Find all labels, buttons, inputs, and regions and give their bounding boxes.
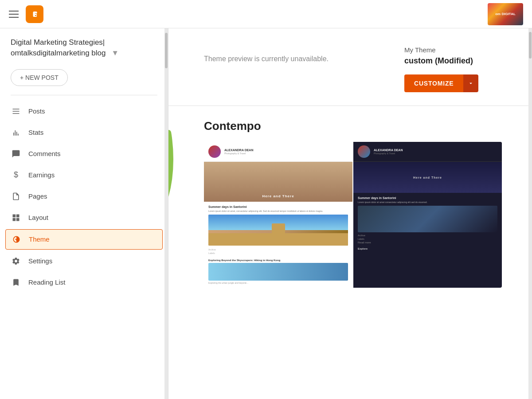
contempo-section: Contempo ALEXANDRA DEAN — [168, 106, 528, 297]
tt-hero-text-dark: Here and There — [413, 176, 442, 179]
tt-hero-dark: Here and There — [353, 162, 502, 193]
main-layout: Digital Marketing Strategies| omtalksdig… — [0, 28, 532, 399]
tt-content-dark: Summer days in Santorini Lorem ipsum dol… — [353, 193, 502, 254]
tt-header-dark: ALEXANDRA DEAN Photography & Travel — [353, 142, 502, 162]
nav-list: Posts Stats Comments $ Earnings — [0, 97, 168, 297]
my-theme-info: My Theme custom (Modified) CUSTOMIZE — [404, 46, 502, 92]
pages-label: Pages — [28, 192, 47, 200]
tt-blog-name-light: ALEXANDRA DEAN — [224, 149, 253, 152]
tt-post2-img — [208, 263, 348, 281]
blogger-logo-icon — [29, 9, 40, 20]
tt-post-img — [208, 215, 348, 246]
chevron-down-icon — [468, 80, 474, 86]
sidebar-item-reading-list[interactable]: Reading List — [0, 272, 168, 293]
tt-blog-sub-light: Photography & Travel — [224, 152, 253, 155]
tt-avatar-light — [208, 145, 221, 158]
tt-hero-text-light: Here and There — [262, 194, 294, 198]
current-theme-name: custom (Modified) — [404, 56, 502, 66]
dark-theme-thumbnail[interactable]: ALEXANDRA DEAN Photography & Travel Here… — [353, 142, 502, 288]
top-header: om DIGITAL — [0, 0, 532, 28]
earnings-icon: $ — [11, 170, 21, 180]
my-theme-section: Theme preview is currently unavailable. … — [168, 28, 528, 106]
sidebar-scroll-thumb — [165, 33, 168, 68]
tt-header-light: ALEXANDRA DEAN Photography & Travel — [204, 142, 352, 162]
customize-button[interactable]: CUSTOMIZE — [404, 74, 463, 92]
header-left — [9, 5, 43, 23]
tt-blog-sub-dark: Photography & Travel — [374, 152, 403, 155]
my-theme-label: My Theme — [404, 46, 502, 54]
sidebar-divider — [11, 95, 157, 95]
comments-icon — [11, 149, 21, 159]
tt-labels-label: Labels — [208, 252, 348, 254]
logo-watermark: om DIGITAL — [488, 3, 523, 25]
tt-hero-light: Here and There — [204, 162, 352, 202]
tt-dark-post-img — [358, 206, 497, 232]
tt-post2-text: Exploring the urban jungle and beyond... — [208, 282, 348, 284]
tt-dark-explore: Explore — [358, 247, 497, 250]
earnings-label: Earnings — [28, 171, 55, 179]
tt-windmill — [272, 223, 285, 246]
blogger-logo — [26, 5, 43, 23]
theme-preview-unavailable: Theme preview is currently unavailable. — [204, 46, 369, 63]
sidebar-item-comments[interactable]: Comments — [0, 143, 168, 164]
sidebar-scrollbar[interactable] — [164, 28, 168, 399]
sidebar: Digital Marketing Strategies| omtalksdig… — [0, 28, 168, 399]
sidebar-item-settings[interactable]: Settings — [0, 250, 168, 272]
tt-sidebar-dark-labels: Labels — [358, 238, 497, 240]
tt-avatar-dark — [358, 145, 370, 158]
blog-title-text: Digital Marketing Strategies| omtalksdig… — [11, 38, 106, 57]
comments-label: Comments — [28, 150, 61, 157]
dark-theme-preview: ALEXANDRA DEAN Photography & Travel Here… — [353, 142, 502, 288]
green-arrow-annotation — [168, 124, 195, 283]
watermark-inner: om DIGITAL — [488, 3, 523, 25]
settings-label: Settings — [28, 257, 52, 265]
blog-title: Digital Marketing Strategies| omtalksdig… — [11, 37, 157, 59]
light-theme-preview: ALEXANDRA DEAN Photography & Travel Here… — [204, 142, 352, 288]
pages-icon — [11, 191, 21, 202]
posts-icon — [11, 106, 21, 117]
reading-list-label: Reading List — [28, 278, 65, 286]
customize-btn-group: CUSTOMIZE — [404, 74, 502, 92]
hamburger-menu[interactable] — [9, 11, 19, 18]
stats-label: Stats — [28, 129, 43, 136]
tt-sidebar-labels: Archive Labels — [208, 248, 348, 254]
new-post-button[interactable]: + NEW POST — [11, 69, 68, 86]
tt-post-title2: Exploring Beyond the Skyscrapers: Hiking… — [208, 259, 348, 262]
tt-blog-name-dark: ALEXANDRA DEAN — [374, 149, 403, 152]
tt-post-title-light: Summer days in Santorini — [208, 205, 348, 208]
sidebar-item-stats[interactable]: Stats — [0, 122, 168, 143]
content-scrollbar[interactable] — [528, 28, 532, 399]
sidebar-item-posts[interactable]: Posts — [0, 101, 168, 122]
tt-post-title-dark: Summer days in Santorini — [358, 196, 497, 200]
tt-dark-blue-link: Read more — [358, 241, 497, 244]
blog-dropdown-arrow[interactable]: ▼ — [111, 48, 119, 59]
tt-post-text-dark: Lorem ipsum dolor sit amet consectetur a… — [358, 201, 497, 204]
settings-icon — [11, 256, 21, 266]
tt-sidebar-dark: Archive — [358, 234, 497, 237]
theme-preview-text: Theme preview is currently unavailable. — [204, 55, 329, 63]
tt-second-post: Exploring Beyond the Skyscrapers: Hiking… — [208, 259, 348, 284]
sidebar-item-layout[interactable]: Layout — [0, 207, 168, 228]
customize-dropdown-button[interactable] — [463, 74, 478, 92]
content-scroll-thumb — [529, 32, 532, 59]
tt-archive-label: Archive — [208, 248, 348, 251]
content-area: Theme preview is currently unavailable. … — [168, 28, 528, 399]
stats-icon — [11, 127, 21, 138]
tt-content-light: Summer days in Santorini Lorem ipsum dol… — [204, 202, 352, 288]
contempo-title: Contempo — [204, 119, 502, 133]
tt-post-text-light: Lorem ipsum dolor sit amet, consectetur … — [208, 210, 348, 213]
posts-label: Posts — [28, 107, 45, 115]
sidebar-item-theme[interactable]: Theme — [5, 229, 163, 250]
layout-label: Layout — [28, 214, 48, 221]
theme-label: Theme — [29, 235, 50, 243]
sidebar-item-pages[interactable]: Pages — [0, 186, 168, 207]
layout-icon — [11, 212, 21, 223]
reading-list-icon — [11, 277, 21, 288]
theme-icon — [11, 234, 22, 245]
blog-title-section: Digital Marketing Strategies| omtalksdig… — [0, 28, 168, 66]
new-post-label: + NEW POST — [20, 74, 59, 81]
sidebar-item-earnings[interactable]: $ Earnings — [0, 164, 168, 186]
light-theme-thumbnail[interactable]: ALEXANDRA DEAN Photography & Travel Here… — [204, 142, 353, 288]
contempo-thumbnails: ALEXANDRA DEAN Photography & Travel Here… — [204, 142, 502, 288]
